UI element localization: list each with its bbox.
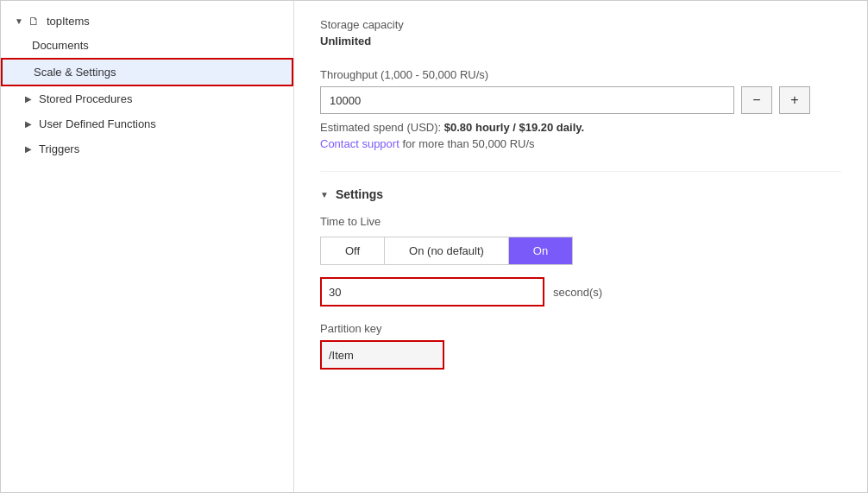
spend-label: Estimated spend (USD): — [320, 121, 441, 134]
throughput-plus-button[interactable]: + — [779, 86, 810, 114]
settings-arrow-icon: ▼ — [320, 190, 329, 199]
triggers-label: Triggers — [39, 142, 79, 155]
triggers-arrow-icon: ▶ — [25, 144, 32, 154]
stored-procedures-arrow-icon: ▶ — [25, 94, 32, 104]
ttl-off-button[interactable]: Off — [321, 237, 385, 264]
expand-arrow-icon: ▼ — [15, 16, 23, 26]
settings-header: ▼ Settings — [320, 187, 841, 201]
spend-text: Estimated spend (USD): $0.80 hourly / $1… — [320, 121, 841, 134]
main-content: Storage capacity Unlimited Throughput (1… — [294, 1, 867, 492]
throughput-minus-button[interactable]: − — [741, 86, 772, 114]
documents-label: Documents — [32, 39, 89, 52]
throughput-input[interactable] — [320, 86, 734, 114]
partition-label: Partition key — [320, 322, 841, 335]
throughput-section: Throughput (1,000 - 50,000 RU/s) − + Est… — [320, 68, 841, 150]
ttl-seconds-input[interactable] — [320, 277, 544, 307]
storage-value: Unlimited — [320, 35, 841, 47]
sidebar-item-documents[interactable]: Documents — [1, 33, 293, 58]
ttl-label: Time to Live — [320, 215, 841, 228]
contact-line: Contact support for more than 50,000 RU/… — [320, 137, 841, 150]
sidebar: ▼ 🗋 topItems Documents Scale & Settings … — [1, 1, 294, 492]
ttl-on-no-default-button[interactable]: On (no default) — [385, 237, 509, 264]
scale-settings-label: Scale & Settings — [34, 66, 116, 79]
seconds-label: second(s) — [553, 286, 602, 299]
ttl-button-group: Off On (no default) On — [320, 237, 573, 265]
top-item-label: topItems — [47, 15, 90, 28]
stored-procedures-label: Stored Procedures — [39, 92, 132, 105]
udf-label: User Defined Functions — [39, 117, 156, 130]
storage-section: Storage capacity Unlimited — [320, 18, 841, 47]
throughput-row: − + — [320, 86, 841, 114]
partition-key-input[interactable] — [322, 342, 443, 368]
sidebar-item-triggers[interactable]: ▶ Triggers — [1, 136, 293, 161]
spend-value: $0.80 hourly / $19.20 daily. — [444, 121, 584, 134]
collection-icon: 🗋 — [28, 15, 40, 28]
storage-label: Storage capacity — [320, 18, 841, 31]
throughput-label: Throughput (1,000 - 50,000 RU/s) — [320, 68, 841, 81]
partition-input-wrapper — [320, 340, 444, 370]
contact-suffix: for more than 50,000 RU/s — [402, 137, 534, 150]
sidebar-item-stored-procedures[interactable]: ▶ Stored Procedures — [1, 86, 293, 111]
settings-section: ▼ Settings Time to Live Off On (no defau… — [320, 187, 841, 370]
section-divider — [320, 171, 841, 172]
settings-title: Settings — [336, 187, 383, 201]
ttl-on-button[interactable]: On — [509, 237, 572, 264]
ttl-seconds-row: second(s) — [320, 277, 841, 307]
contact-support-link[interactable]: Contact support — [320, 137, 399, 150]
sidebar-top-item[interactable]: ▼ 🗋 topItems — [1, 9, 293, 33]
udf-arrow-icon: ▶ — [25, 119, 32, 129]
sidebar-item-scale-settings[interactable]: Scale & Settings — [1, 58, 293, 86]
sidebar-item-user-defined-functions[interactable]: ▶ User Defined Functions — [1, 111, 293, 136]
